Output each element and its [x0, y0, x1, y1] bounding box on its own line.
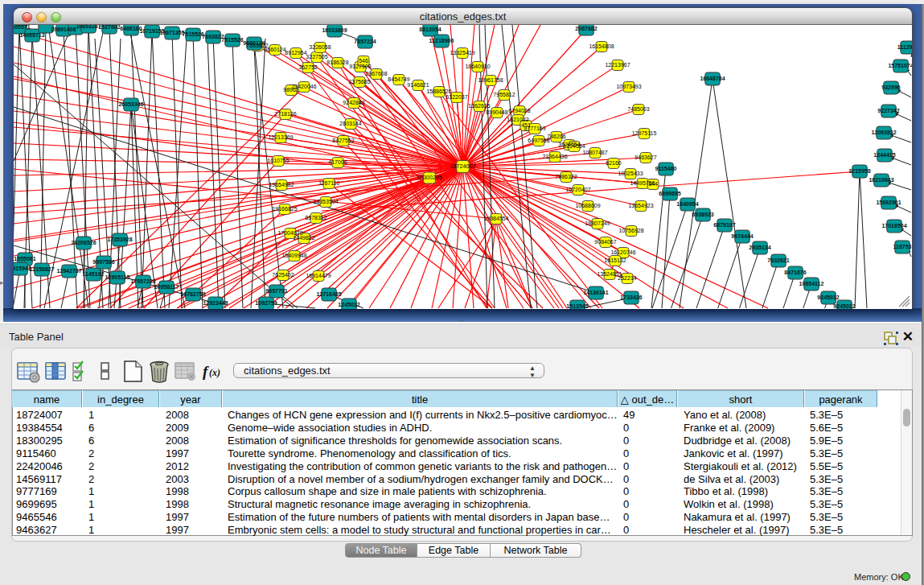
svg-text:9245012: 9245012: [817, 295, 839, 300]
svg-text:15692901: 15692901: [876, 200, 901, 205]
svg-text:10961758: 10961758: [478, 77, 503, 83]
svg-text:7515526: 7515526: [182, 31, 203, 37]
svg-text:362752: 362752: [298, 64, 317, 70]
svg-text:11218906: 11218906: [429, 38, 454, 43]
svg-text:3375685: 3375685: [348, 79, 370, 84]
svg-text:7625402: 7625402: [272, 272, 294, 278]
svg-text:16648784: 16648784: [700, 76, 725, 81]
svg-text:9777169: 9777169: [524, 126, 545, 131]
svg-text:16210643: 16210643: [869, 177, 893, 183]
svg-text:16782759: 16782759: [180, 291, 205, 297]
svg-text:3267110: 3267110: [318, 180, 340, 186]
svg-text:12213369: 12213369: [268, 134, 293, 140]
svg-text:8990448: 8990448: [486, 109, 507, 115]
svg-text:18640910: 18640910: [465, 64, 490, 69]
svg-text:2718126: 2718126: [274, 111, 296, 117]
svg-text:3226058: 3226058: [309, 44, 331, 50]
svg-text:1244415: 1244415: [873, 152, 895, 158]
svg-text:9227342: 9227342: [877, 108, 899, 113]
svg-text:9327508: 9327508: [349, 64, 371, 69]
svg-text:1092759: 1092759: [255, 300, 277, 306]
svg-text:18724007: 18724007: [450, 163, 476, 170]
svg-text:9084067: 9084067: [594, 239, 616, 245]
svg-text:98961: 98961: [283, 87, 299, 93]
svg-text:7485003: 7485003: [627, 106, 649, 112]
svg-text:8578312: 8578312: [305, 215, 326, 220]
svg-text:14055713: 14055713: [19, 32, 44, 38]
svg-text:1145192: 1145192: [83, 271, 105, 277]
svg-text:9660124: 9660124: [264, 47, 285, 52]
svg-text:746266: 746266: [547, 134, 565, 139]
svg-text:9115460: 9115460: [655, 166, 677, 171]
svg-text:9463627: 9463627: [634, 154, 656, 160]
svg-text:2935134: 2935134: [749, 245, 770, 250]
svg-text:2967608: 2967608: [365, 71, 387, 76]
svg-text:(x): (x): [209, 367, 220, 378]
svg-text:8471676: 8471676: [784, 270, 806, 275]
svg-text:7955812: 7955812: [493, 92, 515, 97]
svg-text:9242848: 9242848: [343, 100, 364, 105]
svg-text:10653287: 10653287: [76, 25, 101, 29]
svg-text:932996: 932996: [881, 84, 900, 90]
svg-text:1112984: 1112984: [897, 44, 912, 50]
svg-text:17353928: 17353928: [107, 237, 132, 242]
svg-text:9997586: 9997586: [92, 259, 114, 265]
svg-text:417006: 417006: [328, 159, 347, 165]
svg-text:9146821: 9146821: [407, 82, 429, 88]
svg-text:12213967: 12213967: [605, 62, 630, 68]
svg-text:13654923: 13654923: [628, 203, 653, 208]
svg-text:3227505: 3227505: [306, 54, 327, 60]
svg-text:14353594: 14353594: [313, 199, 338, 204]
svg-text:15409948: 15409948: [281, 253, 306, 258]
svg-text:10671355: 10671355: [159, 30, 184, 35]
svg-text:15720407: 15720407: [565, 187, 590, 192]
svg-text:16914479: 16914479: [306, 273, 331, 278]
svg-text:26053346: 26053346: [118, 101, 143, 107]
svg-text:19384554: 19384554: [483, 216, 508, 221]
svg-text:8813054: 8813054: [419, 27, 441, 32]
svg-text:18300295: 18300295: [417, 175, 441, 180]
svg-text:10807487: 10807487: [582, 150, 607, 155]
svg-text:9660124: 9660124: [243, 40, 265, 46]
svg-text:1640954: 1640954: [676, 201, 698, 207]
svg-text:18807249: 18807249: [585, 220, 610, 226]
svg-text:1449822: 1449822: [293, 235, 314, 241]
svg-text:8912954: 8912954: [285, 50, 306, 56]
svg-text:6322037: 6322037: [446, 94, 467, 100]
svg-text:2087682: 2087682: [575, 26, 597, 31]
svg-text:844: 844: [648, 181, 658, 187]
svg-text:9674444: 9674444: [731, 233, 753, 239]
svg-text:15886520: 15886520: [426, 89, 451, 94]
svg-text:12905115: 12905115: [105, 274, 130, 280]
svg-text:10654112: 10654112: [799, 281, 824, 286]
svg-text:14136141: 14136141: [583, 290, 608, 295]
svg-text:19654982: 19654982: [269, 182, 294, 187]
svg-text:1362615: 1362615: [468, 103, 490, 109]
svg-text:12093832: 12093832: [871, 130, 896, 135]
svg-text:1405571: 1405571: [14, 25, 31, 30]
svg-text:12942737: 12942737: [56, 268, 81, 274]
svg-text:252214: 252214: [618, 275, 636, 281]
svg-text:16033809: 16033809: [322, 27, 347, 33]
svg-text:10973493: 10973493: [616, 84, 641, 89]
svg-text:3215958: 3215958: [848, 168, 870, 174]
svg-text:1615132: 1615132: [604, 257, 626, 263]
svg-text:8454749: 8454749: [388, 76, 409, 82]
svg-text:116753: 116753: [893, 244, 912, 249]
svg-text:1955061: 1955061: [14, 256, 35, 262]
svg-text:16154808: 16154808: [589, 43, 614, 49]
svg-text:6794028: 6794028: [508, 108, 530, 113]
svg-text:10756928: 10756928: [618, 228, 643, 233]
svg-text:1224554: 1224554: [563, 143, 585, 149]
svg-text:10958117: 10958117: [154, 284, 179, 290]
svg-text:17957223: 17957223: [130, 278, 155, 284]
svg-text:20206526: 20206526: [71, 240, 96, 245]
svg-text:20691406: 20691406: [51, 27, 76, 32]
svg-text:15751074: 15751074: [888, 63, 912, 68]
svg-text:10025433: 10025433: [618, 171, 643, 176]
svg-text:1527602: 1527602: [98, 25, 120, 30]
svg-text:1245012: 1245012: [338, 302, 359, 307]
svg-text:1733426: 1733426: [620, 295, 642, 300]
svg-text:546: 546: [359, 58, 368, 64]
svg-text:12923448: 12923448: [203, 300, 228, 306]
